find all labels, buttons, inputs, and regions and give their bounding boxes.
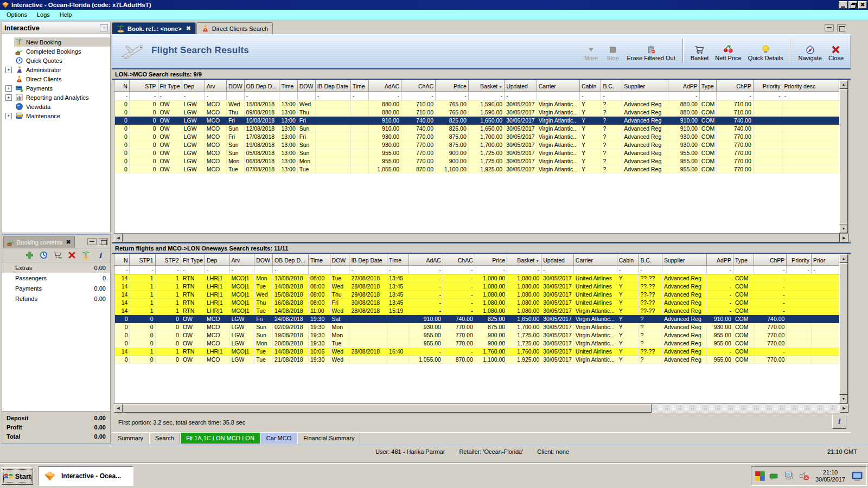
flight-cell[interactable]: Tue (254, 307, 273, 315)
flight-cell[interactable]: OW (158, 141, 182, 149)
column-header-type[interactable]: Type (699, 81, 717, 92)
column-header-adpp[interactable]: AdPP (706, 255, 733, 266)
bottom-tab-car-mco[interactable]: Car MCO (260, 433, 297, 444)
flight-cell[interactable]: 1,650.00 (468, 117, 504, 125)
flight-cell[interactable]: ? (639, 356, 662, 364)
flight-cell[interactable]: Thu (226, 108, 244, 117)
menu-item-options[interactable]: Options (2, 11, 31, 18)
flight-cell[interactable]: OW (158, 165, 182, 174)
flight-cell[interactable]: Virgin Atlantic... (537, 125, 579, 133)
flight-cell[interactable]: 05/08/2018 (244, 149, 279, 157)
refresh-icon[interactable] (39, 251, 48, 260)
flight-cell[interactable]: ? (639, 331, 662, 339)
flight-cell[interactable]: 0 (129, 157, 158, 165)
flight-cell[interactable]: 09/08/2018 (244, 108, 279, 117)
flight-cell[interactable] (753, 133, 782, 141)
flight-cell[interactable] (812, 307, 839, 315)
flight-cell[interactable]: 29/08/2018 (349, 291, 387, 299)
flight-cell[interactable]: 0 (115, 125, 130, 133)
flight-cell[interactable]: 30/05/2017 (541, 356, 574, 364)
navigate-button[interactable]: Navigate (795, 43, 825, 62)
filter-cell[interactable] (537, 92, 579, 100)
filter-cell[interactable]: - (475, 266, 507, 274)
column-header-dow[interactable]: DOW (254, 255, 273, 266)
tab-direct-clients-search[interactable]: Direct Clients Search (196, 22, 273, 34)
booking-panel-minimize-button[interactable] (87, 238, 97, 245)
flight-cell[interactable]: LHR|1 (205, 282, 229, 291)
flight-cell[interactable] (350, 133, 369, 141)
flight-cell[interactable] (350, 165, 369, 174)
flight-cell[interactable]: 1,725.00 (507, 331, 541, 339)
flight-cell[interactable] (787, 356, 812, 364)
flight-cell[interactable]: 770.00 (717, 149, 753, 157)
flight-cell[interactable]: 770.00 (717, 157, 753, 165)
flight-cell[interactable]: 1 (155, 282, 181, 291)
flight-cell[interactable]: 825.00 (475, 315, 507, 323)
filter-cell[interactable] (308, 266, 330, 274)
filter-cell[interactable]: - (244, 92, 279, 100)
flight-cell[interactable]: 30/05/2017 (541, 274, 574, 282)
flight-cell[interactable]: ? (601, 149, 622, 157)
flight-cell[interactable]: 08:00 (308, 282, 330, 291)
flight-cell[interactable] (350, 117, 369, 125)
flight-cell[interactable]: Virgin Atlantic... (537, 117, 579, 125)
column-header-price[interactable]: Price (475, 255, 507, 266)
flight-cell[interactable]: Sun (297, 125, 315, 133)
flight-cell[interactable]: 955.00 (668, 165, 699, 174)
add-icon[interactable] (25, 251, 34, 260)
scroll-right-button[interactable]: ▶ (840, 404, 848, 413)
flight-cell[interactable]: 14 (115, 291, 130, 299)
filter-cell[interactable]: - (601, 92, 622, 100)
column-header-flt-type[interactable]: Flt Type (158, 81, 182, 92)
flight-cell[interactable]: Mon (297, 157, 315, 165)
flight-cell[interactable]: COM (733, 331, 754, 339)
flight-cell[interactable]: 710.00 (717, 108, 753, 117)
flight-cell[interactable]: 930.00 (706, 323, 733, 331)
flight-cell[interactable]: 16/08/2018 (273, 299, 309, 307)
flight-cell[interactable]: 14 (115, 307, 130, 315)
flight-cell[interactable] (782, 133, 839, 141)
flight-cell[interactable]: LGW (229, 339, 254, 348)
flight-cell[interactable]: LHR|1 (205, 299, 229, 307)
flight-cell[interactable]: Tue (226, 165, 244, 174)
flight-cell[interactable] (387, 331, 409, 339)
flight-cell[interactable]: Virgin Atlantic... (573, 356, 617, 364)
flight-cell[interactable]: 10/08/2018 (244, 117, 279, 125)
flight-cell[interactable]: MCO|1 (229, 274, 254, 282)
flight-cell[interactable]: 13:45 (387, 291, 409, 299)
flight-cell[interactable]: 1,080.00 (475, 291, 507, 299)
flight-cell[interactable]: 875.00 (436, 141, 469, 149)
column-header-dep[interactable]: Dep (182, 81, 205, 92)
flight-cell[interactable]: 770.00 (401, 141, 436, 149)
flight-cell[interactable] (350, 100, 369, 108)
flight-cell[interactable]: 1,650.00 (507, 315, 541, 323)
bottom-tab-flt-1a-1c-lon-mco-lon[interactable]: Flt 1A,1C LON MCO LON (180, 433, 260, 444)
flight-cell[interactable]: 0 (130, 339, 155, 348)
column-header-dow[interactable]: DOW (226, 81, 244, 92)
flight-cell[interactable]: RTN (181, 299, 205, 307)
flight-cell[interactable]: 1,080.00 (507, 307, 541, 315)
scroll-thumb[interactable] (123, 404, 652, 413)
flight-cell[interactable]: COM (699, 149, 717, 157)
flight-cell[interactable]: - (443, 307, 475, 315)
flight-cell[interactable]: 0 (129, 149, 158, 157)
flight-cell[interactable] (350, 157, 369, 165)
flight-cell[interactable]: OW (158, 117, 182, 125)
flight-row[interactable]: 000OWMCOLGWFri24/08/201819:30Sat910.0074… (115, 315, 839, 323)
column-header-time[interactable]: Time (387, 255, 409, 266)
flight-cell[interactable]: 30/05/2017 (505, 117, 537, 125)
flight-cell[interactable]: 0 (130, 315, 155, 323)
flight-cell[interactable]: 19/08/2018 (273, 331, 309, 339)
booking-row-payments[interactable]: Payments0.00 (2, 283, 110, 293)
flight-cell[interactable]: 27/08/2018 (349, 274, 387, 282)
flight-cell[interactable]: 825.00 (436, 117, 469, 125)
filter-cell[interactable]: - (507, 266, 541, 274)
column-header-chpp[interactable]: ChPP (754, 255, 787, 266)
flight-cell[interactable]: 19/08/2018 (244, 141, 279, 149)
flight-cell[interactable]: Y (579, 165, 601, 174)
booking-row-refunds[interactable]: Refunds0.00 (2, 293, 110, 304)
filter-cell[interactable]: - (468, 92, 504, 100)
flight-cell[interactable]: - (754, 348, 787, 356)
flight-cell[interactable]: LHR|1 (205, 291, 229, 299)
flight-cell[interactable]: 0 (115, 141, 130, 149)
